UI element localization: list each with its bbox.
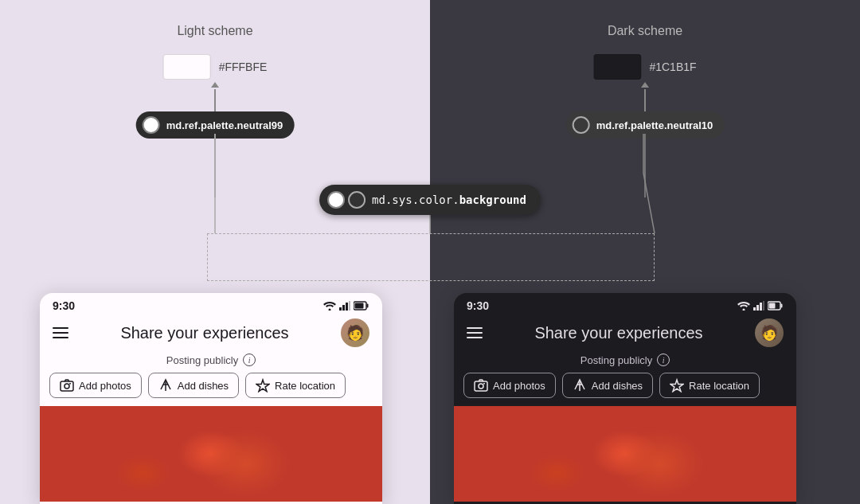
svg-rect-32 <box>781 304 783 308</box>
light-chip-rate[interactable]: Rate location <box>245 373 346 398</box>
dark-action-chips: Add photos Add dishes Rate location <box>454 373 796 406</box>
light-posting-label: Posting publicly <box>166 354 238 366</box>
light-food-image <box>40 406 382 502</box>
svg-point-40 <box>609 440 729 500</box>
svg-rect-45 <box>741 430 755 486</box>
light-status-bar: 9:30 <box>40 293 382 315</box>
dark-hex-label: #1C1B1F <box>649 61 696 73</box>
svg-point-18 <box>165 447 209 474</box>
light-avatar[interactable]: 🧑 <box>341 318 369 347</box>
svg-point-44 <box>538 466 577 490</box>
dark-posting-label: Posting publicly <box>580 354 652 366</box>
light-chip-photos[interactable]: Add photos <box>49 373 142 398</box>
dark-pill-circle <box>573 116 590 134</box>
light-action-chips: Add photos Add dishes Rate location <box>40 373 382 406</box>
light-star-icon <box>256 378 270 393</box>
light-signal-icon <box>339 301 350 311</box>
light-app-title: Share your experiences <box>68 324 341 342</box>
svg-rect-22 <box>328 422 339 434</box>
svg-rect-8 <box>367 304 369 308</box>
light-dishes-icon <box>158 378 173 393</box>
svg-point-16 <box>195 440 315 500</box>
svg-rect-9 <box>355 303 364 309</box>
dark-status-icons <box>737 301 784 311</box>
light-camera-icon <box>60 378 74 393</box>
dark-panel: Dark scheme #1C1B1F md.ref.palette.neutr… <box>430 0 860 504</box>
light-chip-photos-label: Add photos <box>79 380 131 392</box>
svg-point-23 <box>62 446 97 494</box>
svg-point-42 <box>579 447 624 474</box>
light-phone-wrapper: 9:30 <box>40 293 382 504</box>
dark-palette-pill: md.ref.palette.neutral10 <box>566 111 725 139</box>
dark-battery-icon <box>768 301 784 311</box>
dark-app-bar: Share your experiences 🧑 <box>454 315 796 350</box>
svg-rect-28 <box>756 305 759 311</box>
light-chip-rate-label: Rate location <box>275 380 335 392</box>
center-token-pill: md.sys.color.background <box>319 185 541 215</box>
svg-point-19 <box>190 449 233 475</box>
dark-chip-rate[interactable]: Rate location <box>659 373 760 398</box>
dark-food-scene <box>454 406 796 502</box>
light-panel: Light scheme #FFFBFE md.ref.palette.neut… <box>0 0 430 504</box>
light-menu-icon[interactable] <box>53 327 68 338</box>
svg-rect-33 <box>769 303 776 309</box>
svg-rect-12 <box>69 383 71 385</box>
center-token-circle-light <box>327 191 345 209</box>
dark-palette-token: md.ref.palette.neutral10 <box>596 119 713 131</box>
dark-app-title: Share your experiences <box>483 324 755 342</box>
svg-point-15 <box>119 434 247 498</box>
svg-rect-10 <box>61 381 73 391</box>
light-food-scene <box>40 406 382 502</box>
svg-rect-4 <box>342 305 345 311</box>
svg-rect-29 <box>760 303 762 311</box>
light-status-time: 9:30 <box>53 299 75 312</box>
svg-rect-30 <box>763 301 764 311</box>
light-pill-circle <box>143 116 160 134</box>
light-status-icons <box>323 301 369 311</box>
svg-point-11 <box>64 384 69 389</box>
svg-rect-38 <box>454 406 796 502</box>
dark-posting-row: Posting publicly i <box>454 350 796 373</box>
center-token-name: background <box>459 193 526 206</box>
svg-point-17 <box>139 449 187 478</box>
dark-arrow-up <box>641 82 649 111</box>
light-swatch <box>163 54 211 80</box>
dark-star-icon <box>670 378 684 393</box>
dark-chip-dishes[interactable]: Add dishes <box>562 373 653 398</box>
light-chip-dishes[interactable]: Add dishes <box>148 373 239 398</box>
light-swatch-container: #FFFBFE <box>163 54 268 80</box>
svg-rect-46 <box>742 422 753 434</box>
dark-status-time: 9:30 <box>467 299 489 312</box>
light-battery-icon <box>354 301 369 311</box>
light-info-icon[interactable]: i <box>243 354 256 366</box>
dark-camera-icon <box>474 378 488 393</box>
svg-point-43 <box>604 449 647 475</box>
center-token-label: md.sys.color.background <box>372 193 526 206</box>
svg-rect-36 <box>483 383 485 385</box>
dark-avatar[interactable]: 🧑 <box>755 318 784 347</box>
svg-rect-5 <box>346 303 348 311</box>
svg-rect-14 <box>40 406 382 502</box>
center-token-circles <box>327 191 366 209</box>
dark-dishes-icon <box>573 378 587 393</box>
svg-point-39 <box>534 434 661 498</box>
dark-chip-rate-label: Rate location <box>689 380 749 392</box>
svg-rect-6 <box>349 301 350 311</box>
svg-point-2 <box>329 309 331 311</box>
light-scheme-label: Light scheme <box>177 24 252 38</box>
dark-food-image <box>454 406 796 502</box>
svg-point-20 <box>123 466 163 490</box>
light-palette-token: md.ref.palette.neutral99 <box>166 119 283 131</box>
light-palette-pill: md.ref.palette.neutral99 <box>136 111 295 139</box>
svg-point-35 <box>479 384 483 389</box>
dark-menu-icon[interactable] <box>467 327 483 338</box>
light-app-bar: Share your experiences 🧑 <box>40 315 382 350</box>
svg-rect-21 <box>326 430 341 486</box>
dark-chip-photos[interactable]: Add photos <box>463 373 556 398</box>
dark-wifi-icon <box>737 301 750 311</box>
light-phone-card: 9:30 <box>40 293 382 504</box>
dark-swatch <box>593 54 641 80</box>
svg-point-41 <box>553 449 601 478</box>
dark-info-icon[interactable]: i <box>657 354 670 366</box>
center-token-circle-dark <box>348 191 366 209</box>
